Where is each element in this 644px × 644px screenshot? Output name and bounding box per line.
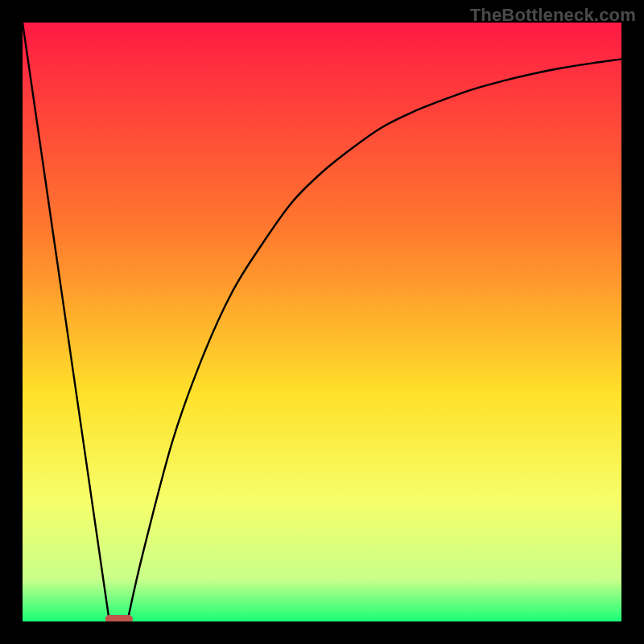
chart-plot-area [23,23,621,621]
watermark-text: TheBottleneck.com [470,5,636,26]
chart-background-gradient [23,23,621,621]
chart-svg [23,23,621,621]
valley-marker [105,615,133,621]
chart-frame: TheBottleneck.com [0,0,644,644]
